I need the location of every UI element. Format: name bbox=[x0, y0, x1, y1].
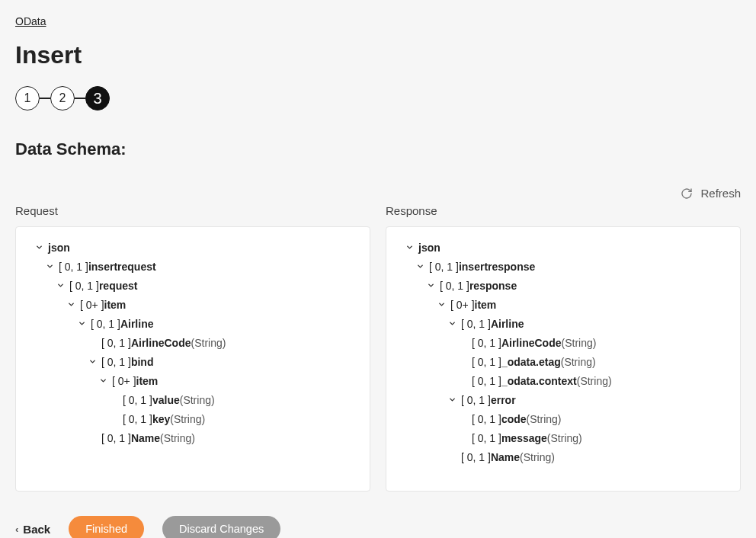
tree-node: [ 0, 1 ] message (String) bbox=[394, 428, 732, 447]
cardinality: [ 0, 1 ] bbox=[101, 356, 131, 368]
chevron-down-icon[interactable] bbox=[435, 300, 447, 309]
chevron-left-icon: ‹ bbox=[15, 524, 18, 535]
breadcrumb[interactable]: OData bbox=[15, 15, 741, 27]
chevron-down-icon[interactable] bbox=[446, 395, 458, 404]
node-type: (String) bbox=[520, 451, 555, 463]
tree-node: [ 0, 1 ] _odata.etag (String) bbox=[394, 352, 732, 371]
tree-node[interactable]: [ 0, 1 ] Airline bbox=[394, 314, 732, 333]
chevron-down-icon[interactable] bbox=[75, 319, 88, 328]
tree-node: [ 0, 1 ] _odata.context (String) bbox=[394, 371, 732, 390]
cardinality: [ 0, 1 ] bbox=[461, 318, 491, 330]
finished-button[interactable]: Finished bbox=[69, 516, 144, 538]
section-title: Data Schema: bbox=[15, 139, 741, 159]
step-connector bbox=[75, 98, 85, 99]
cardinality: [ 0, 1 ] bbox=[123, 413, 152, 425]
cardinality: [ 0+ ] bbox=[80, 299, 104, 311]
cardinality: [ 0, 1 ] bbox=[91, 318, 120, 330]
chevron-down-icon[interactable] bbox=[54, 281, 66, 290]
page-title: Insert bbox=[15, 41, 741, 69]
tree-node[interactable]: [ 0, 1 ] Airline bbox=[24, 314, 362, 333]
node-name: item bbox=[475, 299, 497, 311]
response-panel: json[ 0, 1 ] insertresponse[ 0, 1 ] resp… bbox=[386, 226, 741, 492]
tree-node[interactable]: [ 0+ ] item bbox=[24, 295, 362, 314]
node-name: AirlineCode bbox=[501, 337, 562, 349]
tree-node[interactable]: [ 0, 1 ] request bbox=[24, 276, 362, 295]
cardinality: [ 0, 1 ] bbox=[472, 337, 501, 349]
cardinality: [ 0, 1 ] bbox=[440, 280, 469, 292]
cardinality: [ 0, 1 ] bbox=[69, 280, 99, 292]
tree-node[interactable]: [ 0+ ] item bbox=[394, 295, 732, 314]
request-column: Request json[ 0, 1 ] insertrequest[ 0, 1… bbox=[15, 204, 370, 492]
node-name: message bbox=[501, 432, 547, 444]
response-title: Response bbox=[386, 204, 741, 217]
tree-node: [ 0, 1 ] AirlineCode (String) bbox=[24, 333, 362, 352]
chevron-down-icon[interactable] bbox=[424, 281, 437, 290]
node-name: request bbox=[99, 280, 138, 292]
chevron-down-icon[interactable] bbox=[33, 243, 45, 251]
cardinality: [ 0+ ] bbox=[112, 375, 136, 387]
step-2[interactable]: 2 bbox=[50, 86, 75, 110]
step-connector bbox=[40, 98, 50, 99]
refresh-label: Refresh bbox=[700, 187, 741, 200]
node-name: _odata.context bbox=[501, 375, 577, 387]
node-name: Name bbox=[131, 432, 160, 444]
response-column: Response json[ 0, 1 ] insertresponse[ 0,… bbox=[386, 204, 741, 492]
node-type: (String) bbox=[180, 394, 215, 406]
cardinality: [ 0, 1 ] bbox=[123, 394, 152, 406]
tree-node[interactable]: [ 0+ ] item bbox=[24, 371, 362, 390]
node-name: item bbox=[136, 375, 159, 387]
chevron-down-icon[interactable] bbox=[414, 262, 426, 271]
node-name: response bbox=[469, 280, 517, 292]
request-panel: json[ 0, 1 ] insertrequest[ 0, 1 ] reque… bbox=[15, 226, 370, 492]
cardinality: [ 0, 1 ] bbox=[461, 394, 491, 406]
node-name: value bbox=[152, 394, 180, 406]
step-3[interactable]: 3 bbox=[85, 86, 110, 110]
cardinality: [ 0, 1 ] bbox=[101, 432, 131, 444]
cardinality: [ 0, 1 ] bbox=[429, 261, 459, 273]
tree-node[interactable]: json bbox=[394, 238, 732, 257]
node-type: (String) bbox=[561, 356, 596, 368]
node-name: Airline bbox=[491, 318, 524, 330]
tree-node: [ 0, 1 ] key (String) bbox=[24, 409, 362, 428]
chevron-down-icon[interactable] bbox=[446, 319, 458, 328]
tree-node[interactable]: [ 0, 1 ] error bbox=[394, 390, 732, 409]
cardinality: [ 0, 1 ] bbox=[472, 413, 501, 425]
node-name: code bbox=[501, 413, 527, 425]
tree-node: [ 0, 1 ] Name (String) bbox=[24, 428, 362, 447]
chevron-down-icon[interactable] bbox=[86, 357, 98, 366]
node-name: json bbox=[48, 242, 70, 254]
refresh-button[interactable]: Refresh bbox=[15, 187, 741, 200]
node-name: insertrequest bbox=[88, 261, 156, 273]
chevron-down-icon[interactable] bbox=[65, 300, 77, 309]
node-name: error bbox=[491, 394, 516, 406]
node-type: (String) bbox=[170, 413, 205, 425]
tree-node[interactable]: [ 0, 1 ] bind bbox=[24, 352, 362, 371]
chevron-down-icon[interactable] bbox=[97, 376, 109, 385]
cardinality: [ 0, 1 ] bbox=[101, 337, 131, 349]
discard-button[interactable]: Discard Changes bbox=[162, 516, 280, 538]
node-name: insertresponse bbox=[459, 261, 535, 273]
tree-node[interactable]: json bbox=[24, 238, 362, 257]
node-name: _odata.etag bbox=[501, 356, 561, 368]
tree-node[interactable]: [ 0, 1 ] insertresponse bbox=[394, 257, 732, 276]
node-name: Name bbox=[491, 451, 520, 463]
tree-node: [ 0, 1 ] AirlineCode (String) bbox=[394, 333, 732, 352]
node-name: key bbox=[152, 413, 170, 425]
chevron-down-icon[interactable] bbox=[43, 262, 56, 271]
cardinality: [ 0, 1 ] bbox=[461, 451, 491, 463]
tree-node[interactable]: [ 0, 1 ] response bbox=[394, 276, 732, 295]
node-type: (String) bbox=[577, 375, 612, 387]
node-type: (String) bbox=[547, 432, 582, 444]
tree-node: [ 0, 1 ] Name (String) bbox=[394, 447, 732, 466]
step-1[interactable]: 1 bbox=[15, 86, 40, 110]
chevron-down-icon[interactable] bbox=[403, 243, 415, 251]
request-title: Request bbox=[15, 204, 370, 217]
tree-node[interactable]: [ 0, 1 ] insertrequest bbox=[24, 257, 362, 276]
refresh-icon bbox=[681, 187, 693, 200]
cardinality: [ 0, 1 ] bbox=[472, 375, 501, 387]
node-name: bind bbox=[131, 356, 154, 368]
schema-columns: Request json[ 0, 1 ] insertrequest[ 0, 1… bbox=[15, 204, 741, 492]
node-name: AirlineCode bbox=[131, 337, 191, 349]
back-link[interactable]: ‹ Back bbox=[15, 523, 50, 536]
node-name: Airline bbox=[120, 318, 154, 330]
